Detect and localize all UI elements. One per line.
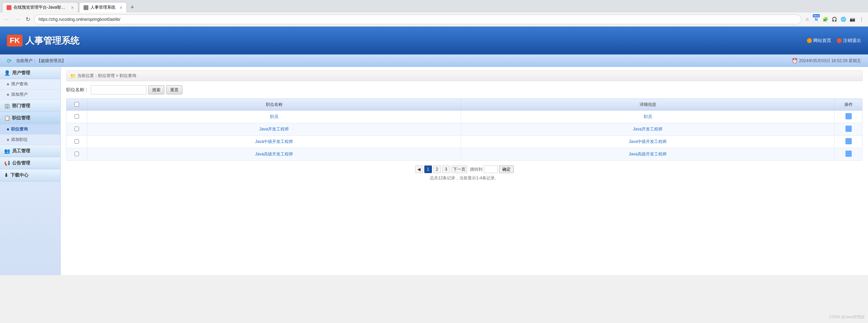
row-name-cell: Java中级开发工程师	[87, 136, 461, 148]
tab-close-1[interactable]: ×	[71, 5, 74, 10]
jump-label: 跳转到	[470, 167, 483, 172]
sidebar-item-add-user[interactable]: 添加用户	[0, 90, 60, 100]
page-jump-input[interactable]	[484, 165, 498, 173]
row-checkbox[interactable]	[75, 114, 79, 119]
reset-button[interactable]: 重置	[166, 85, 182, 94]
next-page-button[interactable]: 下一页	[451, 165, 467, 173]
new-badge-button[interactable]: N New	[813, 16, 820, 23]
tab-label-1: 在线预览管理平台-Java智慧园	[14, 5, 67, 10]
browser-tools: ☆ N New 🧩 🎧 🌐 📷 ⋮	[804, 16, 865, 23]
position-query-label: 职位查询	[11, 126, 28, 132]
tab-2[interactable]: 人事管理系统 ×	[79, 2, 127, 12]
tab-1[interactable]: 在线预览管理平台-Java智慧园 ×	[2, 2, 78, 12]
translate-icon[interactable]: 🌐	[840, 16, 847, 23]
sidebar-item-user-query[interactable]: 用户查询	[0, 79, 60, 90]
sidebar-item-position-management[interactable]: 📋 职位管理	[0, 112, 60, 124]
reload-button[interactable]: ↻	[24, 15, 32, 24]
current-user-label: 当前用户：【超级管理员】	[16, 58, 66, 64]
download-label: 下载中心	[10, 172, 28, 178]
refresh-icon[interactable]: ⟳	[7, 58, 13, 64]
employee-icon: 👥	[4, 148, 10, 154]
position-label: 职位管理	[12, 115, 30, 121]
notice-icon: 📢	[4, 160, 10, 166]
dot-icon	[7, 139, 9, 141]
row-checkbox[interactable]	[75, 127, 79, 131]
breadcrumb: 📁 当前位置：职位管理 > 职位查询	[66, 70, 862, 81]
row-checkbox[interactable]	[75, 152, 79, 156]
row-name-cell: Java高级开发工程师	[87, 148, 461, 161]
user-management-icon: 👤	[4, 70, 10, 76]
tab-close-2[interactable]: ×	[120, 5, 122, 10]
back-button[interactable]: ←	[3, 15, 11, 24]
table-row: Java中级开发工程师 Java中级开发工程师	[67, 136, 862, 148]
dept-icon: 🏢	[4, 103, 10, 109]
datetime-label: 2024年05月03日 18:52:29 星期五	[799, 58, 861, 64]
logout-link[interactable]: 注销退出	[837, 37, 861, 44]
more-icon[interactable]: ⋮	[858, 16, 865, 23]
page-1-button[interactable]: 1	[424, 165, 432, 173]
add-position-label: 添加职位	[11, 137, 28, 143]
sidebar: 👤 用户管理 用户查询 添加用户 🏢 部门管理 📋 职位管理	[0, 67, 61, 275]
row-checkbox-cell	[67, 111, 87, 123]
row-checkbox[interactable]	[75, 139, 79, 144]
table-header-row: 职位名称 详细信息 操作	[67, 99, 862, 111]
sidebar-item-user-management[interactable]: 👤 用户管理	[0, 67, 60, 79]
tab-add-button[interactable]: +	[128, 2, 137, 12]
dept-label: 部门管理	[12, 103, 30, 109]
sidebar-item-employee-management[interactable]: 👥 员工管理	[0, 145, 60, 157]
search-input[interactable]	[91, 85, 146, 94]
tab-bar: 在线预览管理平台-Java智慧园 × 人事管理系统 × +	[0, 0, 868, 12]
new-label: New	[813, 14, 820, 17]
home-dot-icon	[807, 38, 812, 43]
edit-icon[interactable]	[845, 126, 852, 132]
sub-header: ⟳ 当前用户：【超级管理员】 ⏰ 2024年05月03日 18:52:29 星期…	[0, 54, 868, 67]
sidebar-item-download-center[interactable]: ⬇ 下载中心	[0, 169, 60, 181]
breadcrumb-text: 当前位置：职位管理 > 职位查询	[77, 73, 136, 79]
select-all-checkbox[interactable]	[75, 102, 79, 107]
sidebar-item-add-position[interactable]: 添加职位	[0, 135, 60, 145]
sidebar-item-notice-management[interactable]: 📢 公告管理	[0, 157, 60, 169]
page-confirm-button[interactable]: 确定	[499, 165, 514, 173]
data-table: 职位名称 详细信息 操作 职员 职员 Java开发工程师 Java开发工程师 J…	[66, 99, 862, 161]
logout-dot-icon	[837, 38, 842, 43]
dot-icon	[7, 83, 9, 85]
edit-icon[interactable]	[845, 151, 852, 157]
tab-icon-2	[84, 5, 88, 10]
table-row: Java开发工程师 Java开发工程师	[67, 123, 862, 136]
row-detail-cell: Java高级开发工程师	[461, 148, 835, 161]
prev-page-button[interactable]: ◀	[415, 165, 423, 173]
home-link[interactable]: 网站首页	[807, 37, 831, 44]
row-operation-cell	[835, 111, 862, 123]
row-checkbox-cell	[67, 136, 87, 148]
url-input[interactable]	[34, 15, 801, 24]
sidebar-section-download: ⬇ 下载中心	[0, 169, 60, 181]
app-header: FK 人事管理系统 网站首页 注销退出	[0, 27, 868, 54]
row-detail-cell: Java中级开发工程师	[461, 136, 835, 148]
sidebar-item-dept-management[interactable]: 🏢 部门管理	[0, 100, 60, 112]
browser-chrome: 在线预览管理平台-Java智慧园 × 人事管理系统 × + ← → ↻ ☆ N …	[0, 0, 868, 27]
forward-button[interactable]: →	[13, 15, 21, 24]
page-3-button[interactable]: 3	[442, 165, 450, 173]
edit-icon[interactable]	[845, 138, 852, 144]
star-icon[interactable]: ☆	[804, 16, 811, 23]
sidebar-item-position-query[interactable]: 职位查询	[0, 124, 60, 135]
edit-icon[interactable]	[845, 113, 852, 119]
extensions-icon[interactable]: 🧩	[822, 16, 829, 23]
row-operation-cell	[835, 148, 862, 161]
headphones-icon[interactable]: 🎧	[831, 16, 838, 23]
page-2-button[interactable]: 2	[433, 165, 441, 173]
sidebar-section-user: 👤 用户管理 用户查询 添加用户	[0, 67, 60, 100]
row-checkbox-cell	[67, 123, 87, 136]
address-bar: ← → ↻ ☆ N New 🧩 🎧 🌐 📷 ⋮	[0, 12, 868, 26]
dot-icon	[7, 128, 9, 130]
table-header-operation: 操作	[835, 99, 862, 111]
breadcrumb-icon: 📁	[70, 73, 76, 79]
sub-header-right: ⏰ 2024年05月03日 18:52:29 星期五	[792, 58, 861, 64]
logo-badge: FK	[7, 35, 23, 46]
table-header-detail: 详细信息	[461, 99, 835, 111]
sidebar-section-notice: 📢 公告管理	[0, 157, 60, 169]
search-button[interactable]: 搜索	[148, 85, 164, 94]
row-operation-cell	[835, 123, 862, 136]
employee-label: 员工管理	[12, 148, 30, 154]
camera-icon[interactable]: 📷	[849, 16, 856, 23]
